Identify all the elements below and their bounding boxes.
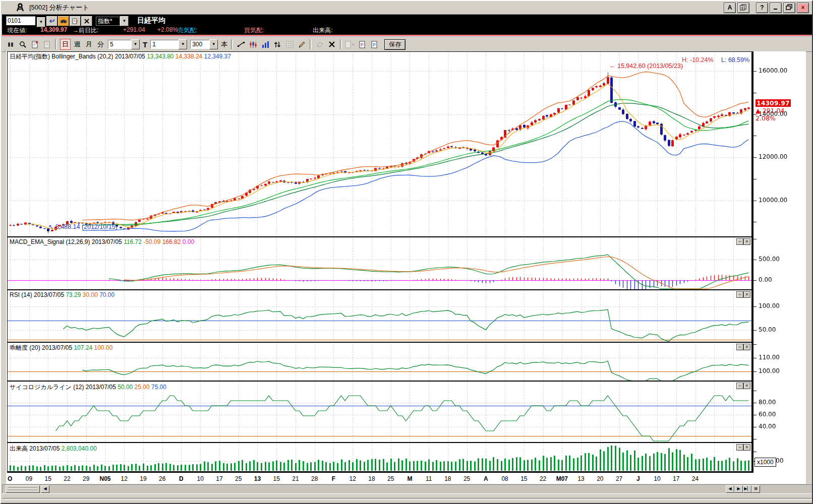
legend-value: 2,803,040.00 bbox=[60, 445, 96, 452]
pane-minimize-button-macd[interactable]: − bbox=[736, 238, 743, 245]
pane-close-button-kairi[interactable]: × bbox=[743, 344, 750, 350]
legend-value: 70.00 bbox=[98, 291, 114, 298]
x-axis-label: 19 bbox=[136, 475, 151, 482]
legend-value: 107.24 bbox=[72, 344, 92, 351]
restore-button[interactable] bbox=[783, 3, 795, 13]
clear-icon[interactable] bbox=[81, 16, 92, 26]
horizontal-scrollbar[interactable]: ◀ ◀ ▶ ▶▏ ⊠ bbox=[2, 484, 813, 494]
chart-toolbar: 日 週 月 分 5▼ T 1▼ 300▼ 本 P P 保存 bbox=[2, 37, 812, 52]
interval-combo[interactable]: 1▼ bbox=[150, 39, 187, 49]
legend-value: 12,349.37 bbox=[202, 53, 231, 60]
x-axis-label: F bbox=[326, 475, 341, 482]
volume-label: 出来高: bbox=[313, 26, 332, 35]
pane-legend-vol: 出来高 2013/07/05 2,803,040.00 bbox=[8, 445, 98, 453]
scrollbar-grip[interactable] bbox=[6, 485, 40, 493]
bar-chart-icon[interactable] bbox=[260, 39, 271, 49]
close-button[interactable]: × bbox=[797, 3, 809, 13]
page-left-button[interactable]: ◀ bbox=[726, 485, 734, 493]
chart-canvas[interactable] bbox=[6, 51, 806, 475]
trough-annotation: ↖ 8,488.14 (2012/10/15) bbox=[48, 223, 118, 230]
period-weekly-button[interactable]: 週 bbox=[73, 39, 82, 49]
pane-close-button-psy[interactable]: × bbox=[743, 383, 750, 389]
pane-close-button-rsi[interactable]: × bbox=[743, 291, 750, 298]
pane-close-button-macd[interactable]: × bbox=[743, 238, 750, 245]
legend-value: 75.00 bbox=[150, 384, 166, 391]
minutes-combo[interactable]: 5▼ bbox=[108, 39, 140, 49]
minimize-button[interactable] bbox=[770, 3, 782, 13]
expand-box-button[interactable]: ⊠ bbox=[751, 485, 760, 493]
period-minute-button[interactable]: 分 bbox=[96, 39, 105, 49]
edit-note-icon[interactable] bbox=[70, 16, 81, 26]
x-axis-label: M07 bbox=[554, 475, 569, 482]
scroll-left-button[interactable]: ◀ bbox=[41, 485, 49, 493]
new-page-icon[interactable] bbox=[29, 39, 40, 49]
x-axis-label: 18 bbox=[364, 475, 379, 482]
x-axis-label: 29 bbox=[79, 475, 94, 482]
y-axis-label: 80.00 bbox=[759, 399, 776, 406]
x-axis-label: 25 bbox=[231, 475, 246, 482]
x-axis-label: N05 bbox=[97, 475, 112, 482]
bars-combo[interactable]: 300▼ bbox=[190, 39, 218, 49]
legend-value: -50.09 bbox=[142, 238, 160, 245]
legend-value: 50.00 bbox=[116, 384, 133, 391]
symbol-input[interactable] bbox=[6, 16, 35, 25]
copy-window-button[interactable] bbox=[737, 3, 749, 13]
pane-minimize-button-kairi[interactable]: − bbox=[736, 344, 743, 350]
change-value: +291.04 bbox=[123, 26, 145, 33]
x-axis-label: 08 bbox=[497, 475, 512, 482]
category-dropdown-button[interactable]: ▼ bbox=[120, 16, 129, 26]
prev-diff-label: →前日比: bbox=[73, 26, 98, 35]
high-low-readout: H: -10.24% L: 68.59% bbox=[682, 56, 749, 64]
sort-arrows-icon[interactable] bbox=[272, 39, 283, 49]
window-title: [5002] 分析チャート bbox=[29, 3, 89, 12]
chart-area: 16000.0014000.0012000.0010000.00500.000.… bbox=[6, 51, 806, 475]
volume-unit-box: x1000 bbox=[754, 458, 776, 467]
zoom-tool-icon[interactable] bbox=[17, 39, 28, 49]
high-percent: H: -10.24% bbox=[682, 56, 714, 64]
x-axis-label: 11 bbox=[421, 475, 436, 482]
trendline-icon[interactable] bbox=[236, 39, 247, 49]
legend-value: 0.00 bbox=[181, 238, 194, 245]
pane-close-button-vol[interactable]: × bbox=[743, 444, 750, 451]
svg-text:P: P bbox=[373, 42, 376, 47]
pane-minimize-button-rsi[interactable]: − bbox=[736, 291, 743, 298]
save-button[interactable]: 保存 bbox=[384, 39, 405, 50]
y-axis-label: 10000.00 bbox=[759, 197, 787, 204]
legend-value: 30.00 bbox=[81, 291, 97, 298]
font-button[interactable]: A bbox=[724, 3, 736, 13]
last-price-badge: 14309.97 ▲ 291.04 2.08% bbox=[756, 99, 791, 122]
category-select[interactable]: 指数* bbox=[96, 17, 120, 26]
pane-minimize-button-vol[interactable]: − bbox=[736, 444, 743, 451]
page-right-button[interactable]: ▶ bbox=[734, 485, 743, 493]
x-axis-label: 12 bbox=[345, 475, 360, 482]
pane-legend-rsi: RSI (14) 2013/07/05 73.29 30.00 70.00 bbox=[8, 291, 116, 298]
jump-end-button[interactable]: ▶▏ bbox=[743, 485, 751, 493]
title-bar[interactable]: [5002] 分析チャート A ? × bbox=[2, 1, 812, 15]
compare-icon[interactable] bbox=[5, 39, 16, 49]
page-p2-icon[interactable]: P bbox=[369, 39, 380, 49]
symbol-dropdown-button[interactable]: ▼ bbox=[37, 17, 45, 27]
legend-value: MACD_EMA_Signal (12,26,9) 2013/07/05 bbox=[10, 238, 122, 245]
y-axis-label: 60.00 bbox=[759, 411, 776, 418]
ask-label: 売気配: bbox=[178, 26, 197, 35]
eraser-icon bbox=[314, 39, 325, 49]
y-axis-label: 110.00 bbox=[759, 354, 780, 361]
x-axis-label: 13 bbox=[573, 475, 589, 482]
delete-all-icon[interactable] bbox=[326, 39, 337, 49]
x-axis-label: 22 bbox=[60, 475, 75, 482]
page-p1-icon[interactable]: P bbox=[357, 39, 368, 49]
period-daily-button[interactable]: 日 bbox=[60, 39, 71, 50]
bars-unit-label: 本 bbox=[221, 40, 227, 49]
binoculars-icon[interactable] bbox=[58, 16, 69, 26]
enter-icon[interactable] bbox=[46, 16, 57, 26]
candlestick-chart-icon[interactable] bbox=[248, 39, 259, 49]
help-button[interactable]: ? bbox=[756, 3, 768, 13]
current-price-value: 14,309.97 bbox=[40, 26, 67, 33]
legend-value: 13,343.80 bbox=[145, 53, 174, 60]
pencil-icon[interactable] bbox=[296, 39, 307, 49]
x-axis-label: 17 bbox=[212, 475, 227, 482]
bid-label: 買気配: bbox=[244, 26, 264, 35]
period-monthly-button[interactable]: 月 bbox=[84, 39, 94, 49]
pane-minimize-button-psy[interactable]: − bbox=[736, 383, 743, 389]
x-axis-label: 27 bbox=[612, 475, 627, 482]
